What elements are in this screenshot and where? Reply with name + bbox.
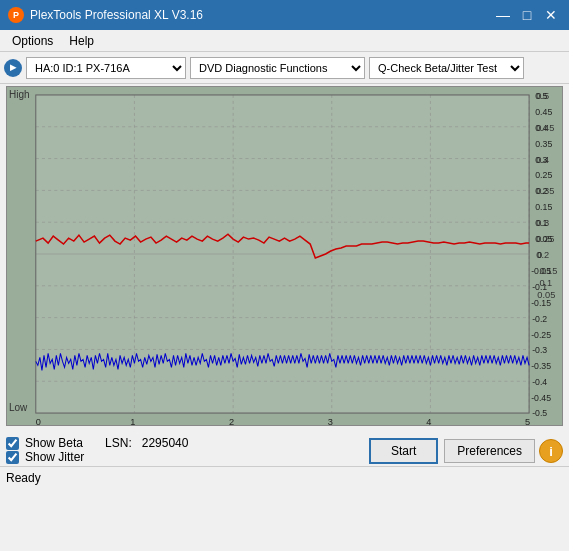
svg-text:-0.4: -0.4 xyxy=(532,377,547,387)
close-button[interactable]: ✕ xyxy=(541,5,561,25)
bottom-controls: Show Beta LSN: 2295040 Show Jitter Start… xyxy=(0,430,569,466)
app-icon: P xyxy=(8,7,24,23)
svg-text:-0.05: -0.05 xyxy=(531,266,551,276)
svg-text:-0.25: -0.25 xyxy=(531,330,551,340)
chart-high-label: High xyxy=(9,89,30,100)
svg-text:3: 3 xyxy=(328,417,333,425)
right-buttons: Start Preferences i xyxy=(369,438,563,464)
chart-low-label: Low xyxy=(9,402,27,413)
function-select[interactable]: DVD Diagnostic Functions xyxy=(190,57,365,79)
drive-icon: ▶ xyxy=(4,59,22,77)
svg-text:2: 2 xyxy=(229,417,234,425)
info-button[interactable]: i xyxy=(539,439,563,463)
left-controls: Show Beta LSN: 2295040 Show Jitter xyxy=(6,436,188,464)
maximize-button[interactable]: □ xyxy=(517,5,537,25)
lsn-label: LSN: xyxy=(105,436,132,450)
svg-text:0.4: 0.4 xyxy=(535,123,547,133)
show-beta-label: Show Beta xyxy=(25,436,83,450)
svg-text:0.3: 0.3 xyxy=(535,155,547,165)
svg-text:0.2: 0.2 xyxy=(535,186,547,196)
show-jitter-label: Show Jitter xyxy=(25,450,84,464)
checks-and-lsn: Show Beta LSN: 2295040 Show Jitter xyxy=(6,436,188,464)
svg-text:-0.35: -0.35 xyxy=(531,361,551,371)
svg-text:0.25: 0.25 xyxy=(535,171,552,181)
window-controls: — □ ✕ xyxy=(493,5,561,25)
svg-text:0: 0 xyxy=(537,250,542,260)
svg-text:1: 1 xyxy=(130,417,135,425)
svg-text:0.05: 0.05 xyxy=(535,234,552,244)
minimize-button[interactable]: — xyxy=(493,5,513,25)
show-jitter-checkbox[interactable] xyxy=(6,451,19,464)
svg-text:-0.15: -0.15 xyxy=(531,298,551,308)
drive-badge: ▶ HA:0 ID:1 PX-716A xyxy=(4,57,186,79)
toolbar: ▶ HA:0 ID:1 PX-716A DVD Diagnostic Funct… xyxy=(0,52,569,84)
svg-text:-0.2: -0.2 xyxy=(532,314,547,324)
show-beta-row: Show Beta LSN: 2295040 xyxy=(6,436,188,450)
menu-options[interactable]: Options xyxy=(4,32,61,50)
svg-text:0.45: 0.45 xyxy=(535,107,552,117)
menu-help[interactable]: Help xyxy=(61,32,102,50)
chart-svg: 0.5 0.45 0.4 0.35 0.3 0.25 0.2 0.15 0.1 … xyxy=(7,87,562,425)
lsn-value: 2295040 xyxy=(142,436,189,450)
preferences-button[interactable]: Preferences xyxy=(444,439,535,463)
svg-text:-0.3: -0.3 xyxy=(532,346,547,356)
svg-text:4: 4 xyxy=(426,417,431,425)
svg-text:0: 0 xyxy=(36,417,41,425)
menu-bar: Options Help xyxy=(0,30,569,52)
test-select[interactable]: Q-Check Beta/Jitter Test xyxy=(369,57,524,79)
show-jitter-row: Show Jitter xyxy=(6,450,188,464)
status-bar: Ready xyxy=(0,466,569,488)
chart-area: High Low xyxy=(6,86,563,426)
svg-text:-0.45: -0.45 xyxy=(531,393,551,403)
start-button[interactable]: Start xyxy=(369,438,438,464)
svg-text:-0.5: -0.5 xyxy=(532,408,547,418)
svg-text:5: 5 xyxy=(525,417,530,425)
status-text: Ready xyxy=(6,471,41,485)
svg-text:0.5: 0.5 xyxy=(535,91,547,101)
svg-text:0.1: 0.1 xyxy=(535,218,547,228)
show-beta-checkbox[interactable] xyxy=(6,437,19,450)
svg-text:-0.1: -0.1 xyxy=(532,282,547,292)
drive-select[interactable]: HA:0 ID:1 PX-716A xyxy=(26,57,186,79)
svg-text:0.35: 0.35 xyxy=(535,139,552,149)
svg-text:0.15: 0.15 xyxy=(535,202,552,212)
app-title: PlexTools Professional XL V3.16 xyxy=(30,8,203,22)
title-bar: P PlexTools Professional XL V3.16 — □ ✕ xyxy=(0,0,569,30)
